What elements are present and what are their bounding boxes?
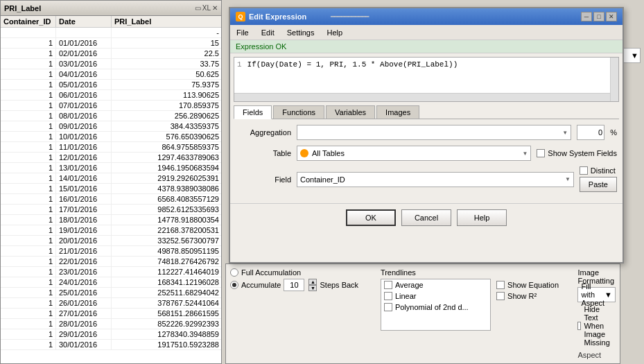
fields-panel: Aggregation ▼ % Table All Tables ▼ xyxy=(230,119,623,203)
table-row: 1 12/01/2016 1297.4633789063 xyxy=(1,153,221,163)
cell-container: 1 xyxy=(1,121,56,131)
cell-container: 1 xyxy=(1,59,56,69)
cell-value: 2919.2926025391 xyxy=(112,173,221,183)
cell-container: 1 xyxy=(1,90,56,100)
cell-value: 168341.12196028 xyxy=(112,277,221,287)
aggregation-select[interactable]: ▼ xyxy=(297,125,571,140)
ok-button[interactable]: OK xyxy=(346,209,396,226)
cell-container: 1 xyxy=(1,205,56,214)
menu-help[interactable]: Help xyxy=(324,28,345,37)
field-select[interactable]: Container_ID ▼ xyxy=(297,172,574,187)
cell-container: 1 xyxy=(1,173,56,183)
orange-dot-icon xyxy=(300,149,308,157)
cell-value: 50.625 xyxy=(112,69,221,79)
aggregation-arrow: ▼ xyxy=(562,130,568,136)
table-select[interactable]: All Tables ▼ xyxy=(297,146,531,161)
dialog-title-text: Edit Expression xyxy=(249,12,306,21)
expression-vscrollbar[interactable] xyxy=(610,58,618,101)
table-row: 1 29/01/2016 1278340.3948859 xyxy=(1,329,221,340)
hide-text-checkbox[interactable] xyxy=(577,322,581,330)
cell-value: 22.5 xyxy=(112,49,221,58)
edit-expression-dialog: Q Edit Expression ━━━━━━━━━━━ ─ □ ✕ File… xyxy=(229,7,624,263)
cell-value: 49878.850951195 xyxy=(112,246,221,256)
table-subheader: - xyxy=(1,28,221,38)
steps-label: Steps Back xyxy=(320,281,358,289)
expression-editor[interactable]: 1If(Day(Date) = 1, PRI, 1.5 * Above(PRI_… xyxy=(234,57,619,102)
accumulate-radio[interactable] xyxy=(230,281,238,289)
screen: PRI_Label ▭ XL ✕ Container_ID Date PRI_L… xyxy=(0,0,644,364)
steps-input[interactable] xyxy=(284,279,304,291)
expression-text[interactable]: If(Day(Date) = 1, PRI, 1.5 * Above(PRI_L… xyxy=(247,60,458,69)
polynomial-checkbox[interactable] xyxy=(384,303,392,311)
cell-container: 1 xyxy=(1,142,56,152)
average-label: Average xyxy=(395,281,424,289)
table-row: 1 27/01/2016 568151.28661595 xyxy=(1,309,221,319)
cancel-button[interactable]: Cancel xyxy=(401,209,451,226)
average-checkbox[interactable] xyxy=(384,281,392,289)
percent-symbol: % xyxy=(610,128,617,137)
menu-file[interactable]: File xyxy=(234,28,252,37)
cell-value: 1297.4633789063 xyxy=(112,153,221,162)
distinct-checkbox[interactable] xyxy=(580,166,588,175)
image-format-select[interactable]: Fill with Aspect ▼ xyxy=(577,287,616,302)
table-row: 1 04/01/2016 50.625 xyxy=(1,69,221,80)
cell-container: 1 xyxy=(1,49,56,58)
table-label: Table xyxy=(236,149,291,157)
trend-item-polynomial[interactable]: Polynomial of 2nd d... xyxy=(381,302,490,313)
show-equation-panel: Show Equation Show R² xyxy=(496,281,572,359)
menu-edit[interactable]: Edit xyxy=(259,28,277,37)
paste-button[interactable]: Paste xyxy=(580,177,617,192)
tab-images[interactable]: Images xyxy=(376,105,419,119)
maximize-button[interactable]: □ xyxy=(593,12,604,21)
cell-date: 17/01/2016 xyxy=(56,205,112,214)
table-value: All Tables xyxy=(312,149,345,157)
table-row: 1 26/01/2016 378767.52441064 xyxy=(1,298,221,309)
spin-up[interactable]: ▲ xyxy=(308,279,317,285)
expression-hscrollbar[interactable] xyxy=(234,93,610,101)
show-system-fields-checkbox[interactable] xyxy=(537,149,545,157)
cell-container: 1 xyxy=(1,340,56,349)
cell-value: 576.650390625 xyxy=(112,132,221,141)
table-row: 1 07/01/2016 170.859375 xyxy=(1,101,221,111)
cell-value: 170.859375 xyxy=(112,101,221,110)
table-row: 1 03/01/2016 33.75 xyxy=(1,59,221,69)
spin-down[interactable]: ▼ xyxy=(308,285,317,291)
cell-date: 19/01/2016 xyxy=(56,225,112,235)
cell-container: 1 xyxy=(1,246,56,256)
sub-label: - xyxy=(112,28,221,37)
full-accumulation-radio[interactable] xyxy=(230,268,238,277)
close-button[interactable]: ✕ xyxy=(606,12,617,21)
dialog-menu-bar: File Edit Settings Help xyxy=(230,25,623,40)
table-row: 1 01/01/2016 15 xyxy=(1,38,221,49)
table-row: 1 24/01/2016 168341.12196028 xyxy=(1,277,221,288)
accumulation-panel: Full Accumulation Accumulate ▲ ▼ Steps B… xyxy=(230,268,375,359)
show-equation-checkbox[interactable] xyxy=(496,281,505,289)
cell-value: 864.9755859375 xyxy=(112,142,221,152)
dialog-app-icon: Q xyxy=(236,12,245,21)
percent-input[interactable] xyxy=(577,125,604,140)
field-row: Field Container_ID ▼ Distinct Paste xyxy=(236,166,617,192)
dialog-controls[interactable]: ─ □ ✕ xyxy=(581,12,617,21)
show-r2-checkbox[interactable] xyxy=(496,292,505,300)
field-value: Container_ID xyxy=(300,175,345,184)
linear-checkbox[interactable] xyxy=(384,292,392,300)
cell-date: 11/01/2016 xyxy=(56,142,112,152)
table-row: 1 23/01/2016 112227.41464019 xyxy=(1,267,221,277)
minimize-button[interactable]: ─ xyxy=(581,12,592,21)
cell-container: 1 xyxy=(1,236,56,245)
image-formatting-panel: Image Formatting Fill with Aspect ▼ Hide… xyxy=(577,268,616,359)
cell-date: 21/01/2016 xyxy=(56,246,112,256)
steps-spinner[interactable]: ▲ ▼ xyxy=(308,279,317,291)
linear-label: Linear xyxy=(395,292,417,300)
menu-settings[interactable]: Settings xyxy=(284,28,317,37)
trend-item-average[interactable]: Average xyxy=(381,279,490,291)
aggregation-label: Aggregation xyxy=(236,128,291,137)
tab-functions[interactable]: Functions xyxy=(273,105,324,119)
tab-variables[interactable]: Variables xyxy=(326,105,375,119)
tab-fields[interactable]: Fields xyxy=(234,105,272,119)
help-button[interactable]: Help xyxy=(457,209,507,226)
trend-item-linear[interactable]: Linear xyxy=(381,291,490,302)
cell-date: 14/01/2016 xyxy=(56,173,112,183)
show-system-fields-container: Show System Fields xyxy=(537,149,617,157)
cell-date: 15/01/2016 xyxy=(56,184,112,193)
